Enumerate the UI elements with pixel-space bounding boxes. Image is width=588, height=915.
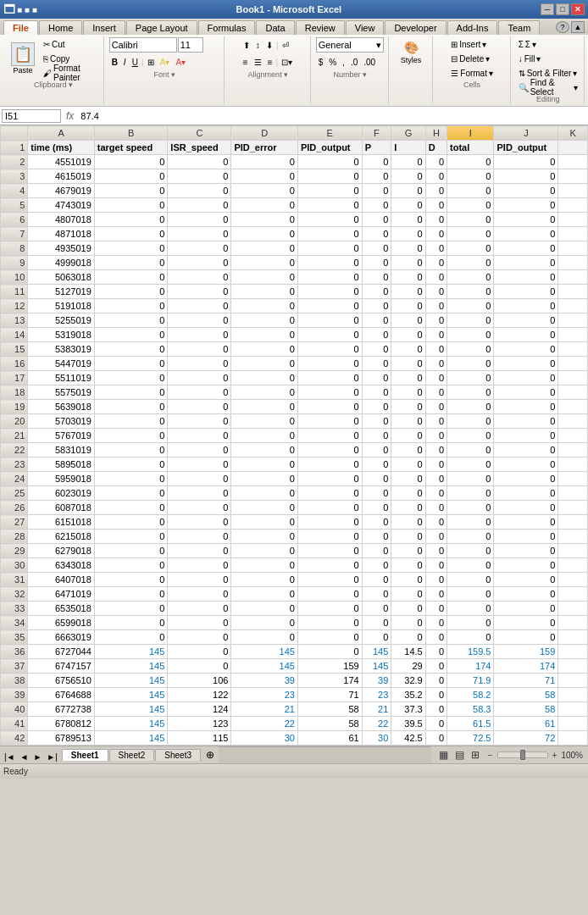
- table-row[interactable]: 0: [231, 299, 297, 313]
- table-row[interactable]: 0: [231, 602, 297, 616]
- table-row[interactable]: 0: [494, 270, 558, 285]
- format-cells-button[interactable]: ☰ Format ▾: [448, 66, 496, 80]
- underline-button[interactable]: U: [130, 54, 141, 69]
- table-row[interactable]: 0: [362, 155, 391, 169]
- format-painter-button[interactable]: 🖌 Format Painter: [41, 66, 100, 80]
- table-row[interactable]: 0: [425, 486, 447, 501]
- font-expand-icon[interactable]: ▾: [171, 70, 175, 79]
- row-header[interactable]: 16: [1, 357, 28, 371]
- table-row[interactable]: 0: [168, 198, 231, 213]
- table-row[interactable]: 0: [168, 515, 231, 530]
- table-row[interactable]: 0: [94, 328, 168, 342]
- table-row[interactable]: 145: [362, 645, 391, 659]
- table-row[interactable]: ISR_speed: [168, 141, 231, 155]
- row-header[interactable]: 6: [1, 213, 28, 227]
- sheet-last-button[interactable]: ►|: [44, 750, 60, 763]
- col-header-e[interactable]: E: [297, 126, 362, 141]
- table-row[interactable]: 14.5: [391, 645, 425, 659]
- table-row[interactable]: [558, 688, 588, 702]
- table-row[interactable]: 0: [94, 602, 168, 616]
- table-row[interactable]: 6343018: [28, 558, 94, 573]
- table-row[interactable]: 0: [391, 328, 425, 342]
- row-header[interactable]: 23: [1, 458, 28, 472]
- table-row[interactable]: 0: [447, 155, 494, 169]
- table-row[interactable]: 123: [168, 717, 231, 731]
- styles-button[interactable]: 🎨 Styles: [397, 37, 425, 66]
- table-row[interactable]: 0: [447, 530, 494, 544]
- table-row[interactable]: 0: [425, 458, 447, 472]
- table-row[interactable]: [558, 299, 588, 313]
- table-row[interactable]: 0: [494, 342, 558, 357]
- table-row[interactable]: [558, 141, 588, 155]
- table-row[interactable]: 0: [425, 645, 447, 659]
- border-button[interactable]: ⊞: [145, 54, 157, 69]
- table-row[interactable]: 0: [425, 227, 447, 241]
- table-row[interactable]: 0: [231, 285, 297, 299]
- table-row[interactable]: 0: [362, 328, 391, 342]
- table-row[interactable]: 124: [168, 702, 231, 717]
- table-row[interactable]: 6756510: [28, 674, 94, 688]
- table-row[interactable]: 0: [168, 313, 231, 328]
- table-row[interactable]: 0: [297, 400, 362, 414]
- table-row[interactable]: 0: [94, 544, 168, 558]
- table-row[interactable]: 0: [362, 198, 391, 213]
- table-row[interactable]: 0: [425, 688, 447, 702]
- table-row[interactable]: 58.3: [447, 702, 494, 717]
- row-header[interactable]: 8: [1, 241, 28, 256]
- table-row[interactable]: 0: [231, 256, 297, 270]
- table-row[interactable]: 145: [231, 645, 297, 659]
- table-row[interactable]: [558, 602, 588, 616]
- table-row[interactable]: 0: [362, 443, 391, 458]
- row-header[interactable]: 18: [1, 385, 28, 400]
- table-row[interactable]: 0: [231, 573, 297, 587]
- table-row[interactable]: 6764688: [28, 688, 94, 702]
- table-row[interactable]: 0: [168, 155, 231, 169]
- table-row[interactable]: 0: [94, 587, 168, 602]
- align-left-button[interactable]: ≡: [241, 54, 251, 69]
- table-row[interactable]: 145: [231, 659, 297, 674]
- row-header[interactable]: 40: [1, 702, 28, 717]
- table-row[interactable]: 0: [447, 616, 494, 630]
- italic-button[interactable]: I: [121, 54, 129, 69]
- table-row[interactable]: 0: [297, 270, 362, 285]
- table-row[interactable]: 0: [297, 558, 362, 573]
- table-row[interactable]: 0: [94, 213, 168, 227]
- table-row[interactable]: 0: [231, 429, 297, 443]
- row-header[interactable]: 13: [1, 313, 28, 328]
- table-row[interactable]: 0: [391, 630, 425, 645]
- clipboard-expand-icon[interactable]: ▾: [69, 80, 73, 89]
- table-row[interactable]: 0: [362, 371, 391, 385]
- table-row[interactable]: 0: [391, 270, 425, 285]
- col-header-c[interactable]: C: [168, 126, 231, 141]
- table-row[interactable]: 0: [231, 458, 297, 472]
- table-row[interactable]: 0: [391, 515, 425, 530]
- table-row[interactable]: 0: [297, 414, 362, 429]
- table-row[interactable]: 5959018: [28, 472, 94, 486]
- table-row[interactable]: 0: [447, 458, 494, 472]
- table-row[interactable]: 0: [297, 313, 362, 328]
- table-row[interactable]: 0: [168, 630, 231, 645]
- table-row[interactable]: 0: [362, 616, 391, 630]
- table-row[interactable]: 0: [494, 385, 558, 400]
- table-row[interactable]: 0: [168, 458, 231, 472]
- comma-button[interactable]: ,: [340, 54, 347, 69]
- table-row[interactable]: 0: [425, 472, 447, 486]
- table-row[interactable]: 0: [297, 429, 362, 443]
- table-row[interactable]: [558, 717, 588, 731]
- table-row[interactable]: 0: [297, 573, 362, 587]
- table-row[interactable]: 0: [94, 530, 168, 544]
- table-row[interactable]: 0: [425, 357, 447, 371]
- table-row[interactable]: 39: [362, 674, 391, 688]
- table-row[interactable]: 0: [494, 443, 558, 458]
- table-row[interactable]: [558, 256, 588, 270]
- table-row[interactable]: 145: [94, 659, 168, 674]
- table-row[interactable]: 0: [425, 270, 447, 285]
- table-row[interactable]: 58: [297, 702, 362, 717]
- table-row[interactable]: 0: [94, 357, 168, 371]
- table-row[interactable]: 0: [231, 169, 297, 184]
- table-row[interactable]: 0: [391, 241, 425, 256]
- tab-developer[interactable]: Developer: [385, 20, 446, 35]
- close-button[interactable]: ✕: [571, 3, 585, 15]
- table-row[interactable]: 0: [231, 385, 297, 400]
- table-row[interactable]: 0: [391, 357, 425, 371]
